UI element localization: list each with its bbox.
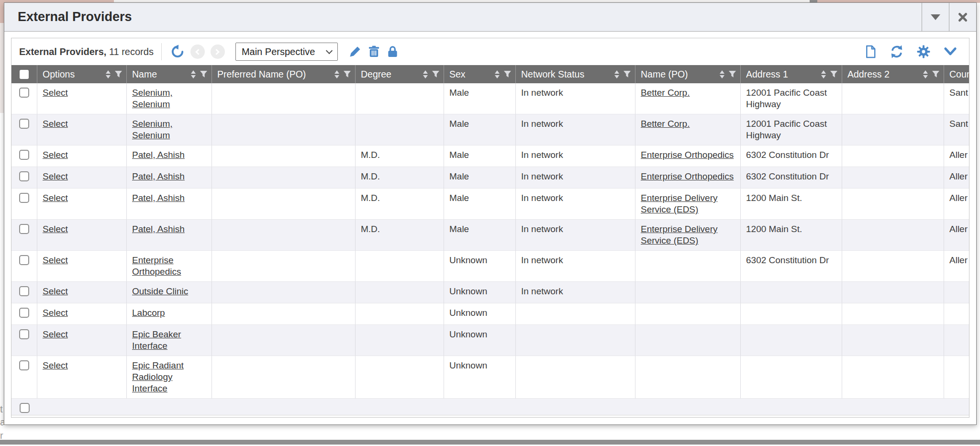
filter-icon[interactable] xyxy=(932,70,940,78)
options-link[interactable]: Select xyxy=(43,255,68,265)
column-label: Degree xyxy=(361,69,391,80)
col-header-name[interactable]: Name xyxy=(127,65,212,83)
col-header-preferred_name_po[interactable]: Preferred Name (PO) xyxy=(212,65,356,83)
col-header-degree[interactable]: Degree xyxy=(356,65,444,83)
lock-icon[interactable] xyxy=(386,45,399,58)
sort-icon[interactable] xyxy=(923,70,928,78)
row-checkbox[interactable] xyxy=(19,329,29,339)
col-header-network_status[interactable]: Network Status xyxy=(516,65,635,83)
cell-address_2 xyxy=(842,167,944,189)
sort-icon[interactable] xyxy=(334,70,339,78)
close-button[interactable] xyxy=(949,3,976,31)
name-link[interactable]: Enterprise Orthopedics xyxy=(132,255,181,277)
col-header-sex[interactable]: Sex xyxy=(444,65,516,83)
row-checkbox[interactable] xyxy=(19,360,29,370)
filter-icon[interactable] xyxy=(432,70,440,78)
row-checkbox[interactable] xyxy=(19,286,29,296)
filter-icon[interactable] xyxy=(503,70,512,78)
name-link[interactable]: Patel, Ashish xyxy=(132,171,185,181)
sort-icon[interactable] xyxy=(191,70,196,78)
row-checkbox[interactable] xyxy=(19,88,29,98)
perspective-select[interactable]: Main Perspective xyxy=(235,43,338,61)
row-checkbox[interactable] xyxy=(19,150,29,160)
name-link[interactable]: Patel, Ashish xyxy=(132,150,185,160)
cell-address_2 xyxy=(842,114,944,145)
row-checkbox[interactable] xyxy=(19,308,29,318)
options-link[interactable]: Select xyxy=(43,224,68,234)
delete-icon[interactable] xyxy=(368,45,380,58)
options-link[interactable]: Select xyxy=(43,171,68,181)
name-link[interactable]: Epic Beaker Interface xyxy=(132,329,181,351)
edit-icon[interactable] xyxy=(348,45,362,58)
name_po-link[interactable]: Better Corp. xyxy=(641,119,690,129)
toolbar-divider xyxy=(161,43,162,60)
row-checkbox[interactable] xyxy=(19,171,29,181)
sort-icon[interactable] xyxy=(720,70,724,78)
filter-icon[interactable] xyxy=(830,70,838,78)
col-header-name_po[interactable]: Name (PO) xyxy=(635,65,741,83)
name-link[interactable]: Epic Radiant Radiology Interface xyxy=(132,360,184,393)
row-checkbox[interactable] xyxy=(19,193,29,203)
col-header-address_1[interactable]: Address 1 xyxy=(741,65,842,83)
records-panel: External Providers, 11 records Main Pe xyxy=(11,38,969,418)
sort-icon[interactable] xyxy=(423,70,428,78)
sort-icon[interactable] xyxy=(106,70,111,78)
name-link[interactable]: Outside Clinic xyxy=(132,286,188,296)
cell-name_po: Better Corp. xyxy=(635,114,741,145)
undo-icon[interactable] xyxy=(170,45,185,59)
col-header-county[interactable]: Coun xyxy=(944,65,969,83)
name-link[interactable]: Selenium, Selenium xyxy=(132,119,173,140)
refresh-icon[interactable] xyxy=(890,45,904,59)
cell-preferred_name_po xyxy=(212,189,356,220)
cell-county: Sant xyxy=(944,114,969,145)
expand-chevron-icon[interactable] xyxy=(943,45,958,58)
filter-icon[interactable] xyxy=(343,70,351,78)
sort-icon[interactable] xyxy=(614,70,619,78)
options-link[interactable]: Select xyxy=(43,286,68,296)
horizontal-scrollbar[interactable] xyxy=(11,415,969,418)
options-link[interactable]: Select xyxy=(43,360,68,370)
name-link[interactable]: Patel, Ashish xyxy=(132,224,185,234)
sort-icon[interactable] xyxy=(821,70,826,78)
name_po-link[interactable]: Better Corp. xyxy=(641,88,690,98)
cell-sex: Male xyxy=(444,83,516,114)
background-text-fragment: a xyxy=(0,417,4,427)
name_po-link[interactable]: Enterprise Delivery Service (EDS) xyxy=(641,224,718,245)
footer-row-checkbox[interactable] xyxy=(20,403,30,413)
name-link[interactable]: Selenium, Selenium xyxy=(132,88,173,109)
new-record-icon[interactable] xyxy=(864,45,877,59)
col-header-address_2[interactable]: Address 2 xyxy=(842,65,944,83)
row-checkbox[interactable] xyxy=(19,224,29,234)
filter-icon[interactable] xyxy=(728,70,736,78)
settings-gear-icon[interactable] xyxy=(916,45,931,59)
name_po-link[interactable]: Enterprise Delivery Service (EDS) xyxy=(641,193,718,214)
options-link[interactable]: Select xyxy=(43,308,68,318)
sort-icon[interactable] xyxy=(495,70,500,78)
row-checkbox[interactable] xyxy=(19,255,29,265)
name_po-link[interactable]: Enterprise Orthopedics xyxy=(641,171,734,181)
cell-degree xyxy=(356,282,444,303)
options-link[interactable]: Select xyxy=(43,150,68,160)
filter-icon[interactable] xyxy=(114,70,122,78)
name_po-link[interactable]: Enterprise Orthopedics xyxy=(641,150,734,160)
options-link[interactable]: Select xyxy=(43,193,68,203)
next-icon[interactable] xyxy=(211,45,225,59)
options-link[interactable]: Select xyxy=(43,329,68,339)
name-link[interactable]: Patel, Ashish xyxy=(132,193,185,203)
select-all-checkbox[interactable] xyxy=(20,70,29,79)
cell-degree: M.D. xyxy=(356,145,444,167)
collapse-button[interactable] xyxy=(922,3,949,31)
col-header-options[interactable]: Options xyxy=(37,65,127,83)
background-page-bottom-bar xyxy=(0,440,980,445)
filter-icon[interactable] xyxy=(623,70,631,78)
options-link[interactable]: Select xyxy=(43,119,68,129)
cell-county xyxy=(944,303,969,325)
cell-sex: Unknown xyxy=(444,356,516,399)
cell-preferred_name_po xyxy=(212,114,356,145)
options-link[interactable]: Select xyxy=(43,88,68,98)
table-row: SelectPatel, AshishM.D.MaleIn networkEnt… xyxy=(11,189,969,220)
row-checkbox[interactable] xyxy=(19,119,29,129)
filter-icon[interactable] xyxy=(200,70,208,78)
name-link[interactable]: Labcorp xyxy=(132,308,165,318)
previous-icon[interactable] xyxy=(190,45,205,59)
